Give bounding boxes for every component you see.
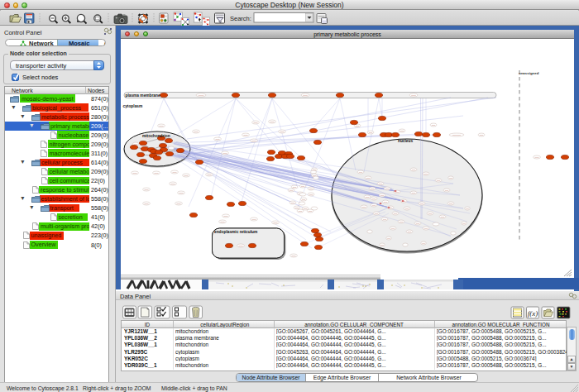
svg-text:unassigned: unassigned: [519, 71, 539, 75]
svg-text:f(x): f(x): [528, 309, 538, 318]
svg-text:endoplasmic reticulum: endoplasmic reticulum: [214, 230, 257, 234]
svg-text:cytoplasm: cytoplasm: [123, 104, 143, 108]
svg-text:nucleus: nucleus: [398, 139, 413, 143]
svg-text:plasma membrane: plasma membrane: [126, 93, 160, 98]
svg-text:mitochondrion: mitochondrion: [142, 134, 170, 138]
svg-text:Search:: Search:: [230, 15, 251, 22]
